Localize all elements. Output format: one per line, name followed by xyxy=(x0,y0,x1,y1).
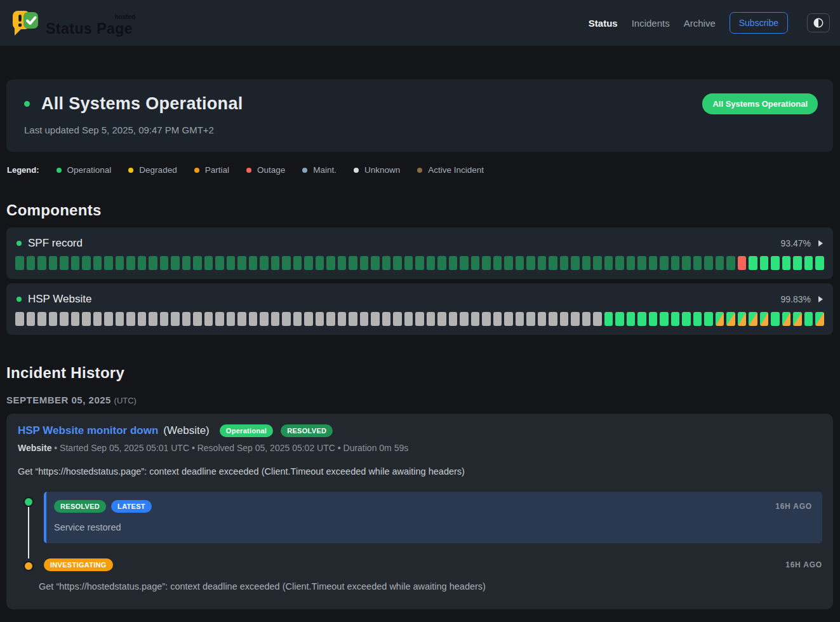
expand-caret-icon[interactable] xyxy=(818,296,823,302)
uptime-bar-operational-older[interactable] xyxy=(549,256,557,270)
nav-archive[interactable]: Archive xyxy=(684,18,716,29)
uptime-bar-no-data[interactable] xyxy=(126,312,135,326)
uptime-bar-no-data[interactable] xyxy=(360,312,369,326)
uptime-bar-operational-older[interactable] xyxy=(349,256,357,270)
uptime-bar-operational[interactable] xyxy=(771,312,780,326)
uptime-bar-no-data[interactable] xyxy=(393,312,402,326)
uptime-bar-operational-recent[interactable] xyxy=(771,256,780,270)
uptime-bar-no-data[interactable] xyxy=(471,312,480,326)
uptime-bar-operational-recent[interactable] xyxy=(793,256,802,270)
uptime-bar-operational-older[interactable] xyxy=(649,256,658,270)
uptime-bar-no-data[interactable] xyxy=(560,312,569,326)
uptime-bar-partial-degraded[interactable] xyxy=(738,312,747,326)
uptime-bar-operational-older[interactable] xyxy=(382,256,391,270)
uptime-bar-operational-recent[interactable] xyxy=(804,256,813,270)
uptime-bar-operational-older[interactable] xyxy=(493,256,502,270)
uptime-bar-partial-degraded[interactable] xyxy=(726,312,735,326)
uptime-bar-operational-older[interactable] xyxy=(260,256,269,270)
uptime-bar-operational-older[interactable] xyxy=(560,256,569,270)
uptime-bar-operational-older[interactable] xyxy=(437,256,446,270)
uptime-bar-no-data[interactable] xyxy=(104,312,113,326)
uptime-bar-operational-older[interactable] xyxy=(138,256,147,270)
uptime-bar-partial-degraded[interactable] xyxy=(760,312,769,326)
uptime-bar-operational-older[interactable] xyxy=(360,256,369,270)
uptime-bar-no-data[interactable] xyxy=(593,312,602,326)
uptime-bar-partial-degraded[interactable] xyxy=(815,312,824,326)
uptime-bar-operational-older[interactable] xyxy=(282,256,291,270)
uptime-bar-no-data[interactable] xyxy=(171,312,180,326)
uptime-bar-no-data[interactable] xyxy=(304,312,313,326)
uptime-bar-no-data[interactable] xyxy=(449,312,458,326)
uptime-bar-no-data[interactable] xyxy=(316,312,324,326)
uptime-bar-operational[interactable] xyxy=(604,312,613,326)
uptime-bar-operational-recent[interactable] xyxy=(749,256,757,270)
uptime-bar-operational-recent[interactable] xyxy=(760,256,769,270)
uptime-bar-operational-older[interactable] xyxy=(637,256,646,270)
incident-title-link[interactable]: HSP Website monitor down xyxy=(18,424,158,437)
uptime-bar-operational[interactable] xyxy=(627,312,636,326)
uptime-bar-no-data[interactable] xyxy=(49,312,58,326)
uptime-bar-operational-older[interactable] xyxy=(615,256,624,270)
uptime-bar-operational-older[interactable] xyxy=(82,256,91,270)
uptime-bar-operational-older[interactable] xyxy=(582,256,591,270)
uptime-bar-operational-older[interactable] xyxy=(726,256,735,270)
uptime-bar-operational-older[interactable] xyxy=(482,256,491,270)
uptime-bar-operational-older[interactable] xyxy=(693,256,702,270)
uptime-bar-no-data[interactable] xyxy=(326,312,335,326)
uptime-bar-operational-older[interactable] xyxy=(660,256,669,270)
uptime-bar-no-data[interactable] xyxy=(293,312,302,326)
uptime-bar-no-data[interactable] xyxy=(204,312,213,326)
uptime-bar-operational-older[interactable] xyxy=(460,256,469,270)
uptime-bar-no-data[interactable] xyxy=(437,312,446,326)
uptime-bar-no-data[interactable] xyxy=(116,312,124,326)
uptime-bar-no-data[interactable] xyxy=(571,312,580,326)
uptime-bar-no-data[interactable] xyxy=(338,312,347,326)
uptime-bar-no-data[interactable] xyxy=(404,312,413,326)
uptime-bar-no-data[interactable] xyxy=(371,312,380,326)
uptime-bar-no-data[interactable] xyxy=(15,312,24,326)
uptime-bar-operational-older[interactable] xyxy=(593,256,602,270)
uptime-bar-operational[interactable] xyxy=(682,312,691,326)
uptime-bar-operational-older[interactable] xyxy=(37,256,46,270)
uptime-bar-operational[interactable] xyxy=(804,312,813,326)
uptime-bar-no-data[interactable] xyxy=(193,312,202,326)
uptime-bar-no-data[interactable] xyxy=(182,312,191,326)
uptime-bar-operational-older[interactable] xyxy=(126,256,135,270)
nav-status[interactable]: Status xyxy=(589,18,618,29)
expand-caret-icon[interactable] xyxy=(818,240,823,247)
uptime-bar-no-data[interactable] xyxy=(516,312,524,326)
uptime-bar-operational-older[interactable] xyxy=(71,256,80,270)
uptime-bar-operational[interactable] xyxy=(649,312,658,326)
uptime-bar-no-data[interactable] xyxy=(215,312,224,326)
nav-incidents[interactable]: Incidents xyxy=(632,18,670,29)
uptime-bar-partial-degraded[interactable] xyxy=(749,312,757,326)
uptime-bar-no-data[interactable] xyxy=(138,312,147,326)
uptime-bar-no-data[interactable] xyxy=(526,312,535,326)
uptime-bar-operational-older[interactable] xyxy=(60,256,69,270)
uptime-bar-operational-older[interactable] xyxy=(449,256,458,270)
uptime-bar-operational-older[interactable] xyxy=(171,256,180,270)
uptime-bar-operational-older[interactable] xyxy=(671,256,680,270)
uptime-bar-no-data[interactable] xyxy=(382,312,391,326)
uptime-bar-no-data[interactable] xyxy=(482,312,491,326)
uptime-bar-operational-older[interactable] xyxy=(249,256,258,270)
uptime-bar-operational-older[interactable] xyxy=(93,256,102,270)
uptime-bar-operational-older[interactable] xyxy=(160,256,169,270)
uptime-bar-no-data[interactable] xyxy=(427,312,436,326)
uptime-bar-operational-older[interactable] xyxy=(415,256,424,270)
uptime-bar-no-data[interactable] xyxy=(37,312,46,326)
uptime-bar-operational[interactable] xyxy=(671,312,680,326)
uptime-bar-no-data[interactable] xyxy=(538,312,547,326)
uptime-bar-operational-older[interactable] xyxy=(304,256,313,270)
uptime-bar-no-data[interactable] xyxy=(271,312,280,326)
uptime-bar-operational-older[interactable] xyxy=(15,256,24,270)
uptime-bar-operational-older[interactable] xyxy=(227,256,236,270)
uptime-bar-operational-older[interactable] xyxy=(237,256,246,270)
uptime-bar-operational[interactable] xyxy=(693,312,702,326)
uptime-bar-operational-older[interactable] xyxy=(293,256,302,270)
uptime-bar-partial-degraded[interactable] xyxy=(782,312,791,326)
uptime-bar-no-data[interactable] xyxy=(504,312,513,326)
uptime-bar-no-data[interactable] xyxy=(93,312,102,326)
uptime-bar-operational[interactable] xyxy=(615,312,624,326)
uptime-bar-no-data[interactable] xyxy=(27,312,36,326)
